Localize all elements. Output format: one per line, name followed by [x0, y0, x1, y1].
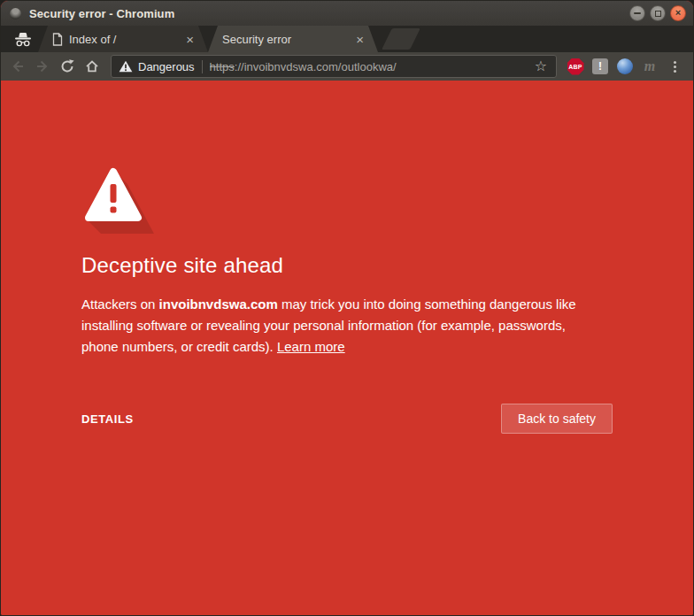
window-title: Security error - Chromium	[29, 7, 174, 20]
security-chip-label: Dangerous	[138, 60, 195, 73]
tab-security-error[interactable]: Security error ×	[208, 26, 378, 52]
bookmark-star-icon[interactable]: ☆	[533, 59, 549, 73]
forward-button[interactable]	[31, 55, 54, 78]
home-icon	[84, 58, 100, 74]
new-tab-button[interactable]	[382, 28, 420, 50]
document-icon	[52, 33, 63, 46]
minimize-button[interactable]	[629, 5, 645, 21]
chip-separator	[202, 60, 203, 73]
page-title: Deceptive site ahead	[81, 253, 613, 278]
learn-more-link[interactable]: Learn more	[277, 339, 345, 354]
warning-triangle-illustration	[81, 165, 188, 244]
tab-strip: Index of / × Security error ×	[1, 26, 693, 52]
tab-index-of[interactable]: Index of / ×	[38, 26, 208, 52]
body-prefix: Attackers on	[81, 296, 159, 312]
maximize-button[interactable]	[650, 5, 666, 21]
tab-label: Index of /	[69, 33, 179, 46]
home-button[interactable]	[81, 55, 104, 78]
globe-icon	[617, 58, 633, 74]
tab-close-icon[interactable]: ×	[356, 33, 364, 46]
m-extension-button[interactable]: m	[638, 54, 661, 79]
warning-triangle-icon	[119, 60, 133, 73]
adblock-plus-extension-button[interactable]: ABP	[564, 54, 587, 79]
alert-extension-button[interactable]: !	[589, 54, 612, 79]
warning-body-text: Attackers on invoibnvdswa.com may trick …	[81, 294, 595, 358]
browser-menu-button[interactable]	[663, 61, 686, 73]
maximize-icon	[655, 11, 661, 17]
close-icon: ×	[675, 8, 681, 18]
abp-icon: ABP	[567, 58, 584, 75]
interstitial-content: Deceptive site ahead Attackers on invoib…	[81, 81, 613, 434]
reload-icon	[59, 58, 75, 74]
interstitial-page: Deceptive site ahead Attackers on invoib…	[1, 81, 693, 615]
attacker-domain: invoibnvdswa.com	[159, 296, 278, 312]
close-button[interactable]: ×	[670, 5, 686, 21]
action-row: DETAILS Back to safety	[81, 404, 613, 434]
window-menu-icon[interactable]	[10, 8, 21, 19]
globe-extension-button[interactable]	[613, 54, 636, 79]
forward-icon	[35, 58, 50, 74]
window-controls: ×	[629, 5, 686, 21]
kebab-dot	[674, 65, 676, 68]
reload-button[interactable]	[56, 55, 79, 78]
back-to-safety-button[interactable]: Back to safety	[501, 404, 613, 434]
titlebar[interactable]: Security error - Chromium ×	[1, 1, 693, 26]
back-icon	[10, 58, 26, 74]
url-rest: ://invoibnvdswa.com/outlookwa/	[235, 60, 397, 73]
details-button[interactable]: DETAILS	[81, 405, 134, 433]
address-bar[interactable]: Dangerous https://invoibnvdswa.com/outlo…	[111, 55, 557, 78]
browser-window: Security error - Chromium ×	[0, 0, 694, 616]
toolbar: Dangerous https://invoibnvdswa.com/outlo…	[1, 52, 693, 81]
exclamation-icon: !	[592, 58, 608, 74]
tab-label: Security error	[222, 33, 349, 46]
back-button[interactable]	[6, 55, 29, 78]
url-scheme: https	[210, 60, 235, 73]
m-icon: m	[644, 58, 655, 74]
kebab-dot	[674, 70, 676, 73]
url-text: https://invoibnvdswa.com/outlookwa/	[210, 60, 397, 73]
tab-close-icon[interactable]: ×	[186, 33, 194, 46]
incognito-icon	[8, 26, 38, 52]
kebab-dot	[674, 61, 676, 64]
minimize-icon	[634, 12, 641, 14]
